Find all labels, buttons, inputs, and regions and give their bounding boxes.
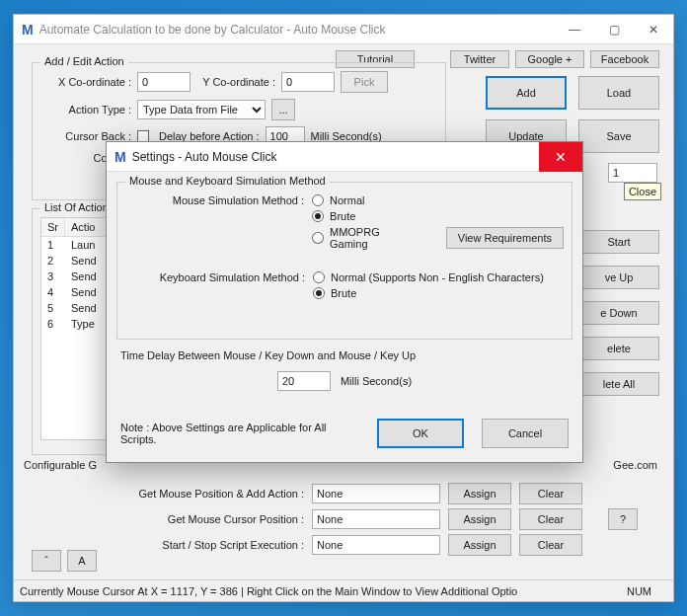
x-label: X Co-ordinate :: [40, 76, 131, 88]
shortcut1-label: Get Mouse Position & Add Action :: [24, 488, 304, 500]
up-small-button[interactable]: ˆ: [32, 550, 61, 572]
mouse-brute-label: Brute: [330, 210, 355, 222]
modal-note: Note : Above Settings are Applicable for…: [120, 422, 359, 445]
mouse-sim-label: Mouse Simulation Method :: [125, 191, 312, 254]
kb-sim-label: Keyboard Simulation Method :: [125, 268, 313, 303]
time-delay-input[interactable]: [277, 371, 331, 391]
table-row[interactable]: 3Send: [41, 269, 114, 284]
twitter-button[interactable]: Twitter: [450, 50, 509, 68]
ellipsis-button[interactable]: ...: [271, 99, 295, 120]
move-down-button[interactable]: e Down: [578, 301, 659, 325]
main-title: Automate Calculation to be done by Calcu…: [39, 23, 555, 37]
status-text: Currently Mouse Cursor At X = 1117, Y = …: [20, 585, 517, 597]
shortcut2-assign[interactable]: Assign: [448, 508, 511, 530]
sim-method-legend: Mouse and Keyboard Simulation Method: [125, 175, 330, 187]
y-input[interactable]: [281, 72, 335, 92]
repeat-input[interactable]: [608, 163, 657, 183]
action-type-label: Action Type :: [40, 104, 131, 116]
modal-logo-icon: M: [114, 149, 126, 165]
minimize-button[interactable]: —: [555, 15, 594, 44]
col-sr: Sr: [41, 218, 65, 236]
configurable-label: Configurable G: [24, 459, 97, 471]
side-buttons: Start ve Up e Down elete lete All: [578, 230, 659, 396]
table-row[interactable]: 4Send: [41, 284, 114, 300]
help-button[interactable]: ?: [608, 508, 638, 530]
time-delay-unit: Milli Second(s): [341, 375, 412, 387]
delete-all-button[interactable]: lete All: [578, 372, 659, 396]
list-legend: List Of Action(: [40, 201, 115, 213]
a-small-button[interactable]: A: [67, 550, 97, 572]
table-row[interactable]: 1Laun: [41, 237, 114, 253]
app-logo-icon: M: [22, 22, 34, 38]
action-table: Sr Actio 1Laun2Send3Send4Send5Send6Type: [40, 217, 115, 440]
ok-button[interactable]: OK: [377, 419, 464, 448]
main-titlebar: M Automate Calculation to be done by Cal…: [14, 15, 673, 44]
table-row[interactable]: 5Send: [41, 300, 114, 316]
close-tooltip: Close: [624, 183, 661, 200]
add-button[interactable]: Add: [486, 76, 567, 110]
close-button[interactable]: ✕: [634, 15, 673, 44]
sim-method-group: Mouse and Keyboard Simulation Method Mou…: [116, 182, 572, 340]
maximize-button[interactable]: ▢: [594, 15, 634, 44]
start-button[interactable]: Start: [578, 230, 659, 254]
mouse-mmo-radio[interactable]: [312, 232, 324, 244]
google-button[interactable]: Google +: [515, 50, 584, 68]
table-row[interactable]: 6Type: [41, 316, 114, 332]
mouse-normal-label: Normal: [330, 194, 364, 206]
pick-button[interactable]: Pick: [341, 71, 388, 93]
kb-brute-label: Brute: [331, 287, 356, 299]
shortcut2-label: Get Mouse Cursor Position :: [24, 513, 304, 525]
kb-brute-radio[interactable]: [313, 287, 325, 299]
modal-title: Settings - Auto Mouse Click: [132, 150, 539, 164]
time-delay-label: Time Delay Between Mouse / Key Down and …: [120, 349, 569, 361]
num-indicator: NUM: [627, 585, 651, 597]
load-button[interactable]: Load: [578, 76, 659, 110]
facebook-button[interactable]: Facebook: [590, 50, 659, 68]
shortcut1-assign[interactable]: Assign: [448, 483, 511, 504]
table-row[interactable]: 2Send: [41, 253, 114, 269]
add-edit-legend: Add / Edit Action: [40, 55, 128, 67]
y-label: Y Co-ordinate :: [196, 76, 275, 88]
shortcut2-input[interactable]: [312, 509, 440, 529]
shortcut1-clear[interactable]: Clear: [519, 483, 582, 504]
shortcut3-assign[interactable]: Assign: [448, 534, 511, 556]
modal-close-button[interactable]: ✕: [539, 142, 582, 172]
move-up-button[interactable]: ve Up: [578, 266, 659, 289]
kb-normal-label: Normal (Supports Non - English Character…: [331, 271, 544, 283]
gee-label: Gee.com: [613, 459, 657, 471]
x-input[interactable]: [137, 72, 191, 92]
settings-dialog: M Settings - Auto Mouse Click ✕ Mouse an…: [106, 141, 583, 463]
shortcut2-clear[interactable]: Clear: [519, 508, 582, 530]
cancel-button[interactable]: Cancel: [482, 419, 569, 448]
view-requirements-button[interactable]: View Requirements: [446, 227, 564, 249]
save-button[interactable]: Save: [578, 119, 659, 153]
shortcut3-input[interactable]: [312, 535, 440, 555]
status-bar: Currently Mouse Cursor At X = 1117, Y = …: [14, 579, 673, 601]
shortcut3-clear[interactable]: Clear: [519, 534, 582, 556]
mouse-normal-radio[interactable]: [312, 194, 324, 206]
mouse-mmo-label: MMOPRG Gaming: [330, 226, 420, 250]
mouse-brute-radio[interactable]: [312, 210, 324, 222]
shortcut1-input[interactable]: [312, 484, 440, 503]
delete-button[interactable]: elete: [578, 337, 659, 360]
kb-normal-radio[interactable]: [313, 271, 325, 283]
action-type-select[interactable]: Type Data from File: [137, 100, 266, 119]
